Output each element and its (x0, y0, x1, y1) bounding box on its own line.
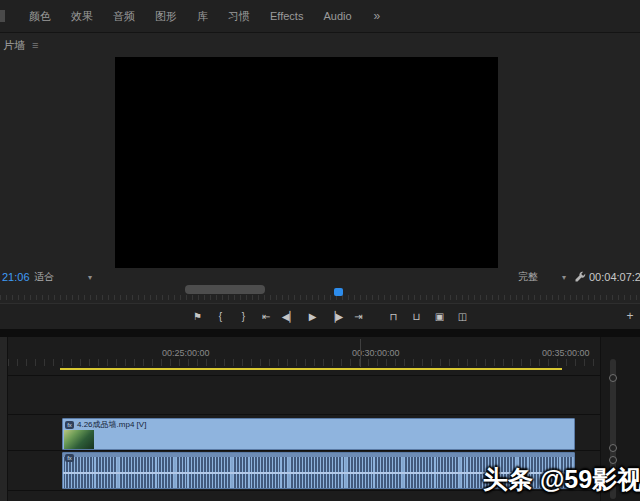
cutoff-workspace-tab[interactable] (0, 10, 5, 22)
track-separator (8, 414, 600, 415)
mark-in-icon[interactable]: { (211, 307, 230, 325)
ruler-label: 00:35:00:00 (542, 348, 590, 358)
workspace-tab-effects-en[interactable]: Effects (260, 10, 313, 22)
playback-resolution-value: 完整 (518, 270, 538, 284)
workspace-bar: 颜色 效果 音频 图形 库 习惯 Effects Audio » (0, 0, 640, 33)
monitor-seek-area (0, 285, 640, 301)
transport-controls-bar: ⚑ { } ⇤ ◀▏ ▶ ▕▶ ⇥ ⊓ ⊔ ▣ ◫ + (0, 303, 640, 329)
settings-wrench-icon[interactable] (574, 271, 586, 283)
workspace-tab-libraries[interactable]: 库 (187, 9, 218, 24)
step-forward-icon[interactable]: ▕▶ (326, 307, 345, 325)
current-timecode[interactable]: 21:06 (2, 271, 30, 283)
lift-icon[interactable]: ⊓ (384, 307, 403, 325)
workspace-overflow-icon[interactable]: » (362, 9, 393, 23)
video-clip-thumbnail (64, 430, 94, 450)
watermark-brand: 头条 (483, 465, 533, 493)
zoom-level-select[interactable]: 适合 ▾ (30, 270, 96, 284)
extract-icon[interactable]: ⊔ (407, 307, 426, 325)
chevron-down-icon: ▾ (562, 273, 566, 282)
comparison-view-icon[interactable]: ◫ (453, 307, 472, 325)
timeline-ruler[interactable]: 00:25:00:00 00:30:00:00 00:35:00:00 (8, 337, 600, 367)
panel-menu-icon[interactable]: ≡ (25, 39, 38, 51)
program-monitor-panel: 片墙 ≡ 21:06 适合 ▾ 完整 ▾ 00:04:07:22 (0, 33, 640, 303)
zoom-level-value: 适合 (34, 270, 54, 284)
button-editor-plus-icon[interactable]: + (622, 308, 638, 324)
video-clip-title-bar: fx 4.26成品墙.mp4 [V] (63, 419, 574, 430)
video-clip-name: 4.26成品墙.mp4 [V] (77, 419, 146, 430)
export-frame-icon[interactable]: ▣ (430, 307, 449, 325)
fx-badge-icon: fx (65, 454, 74, 462)
workspace-tab-audio-en[interactable]: Audio (313, 10, 361, 22)
play-icon[interactable]: ▶ (303, 307, 322, 325)
workspace-tab-audio-cn[interactable]: 音频 (103, 9, 145, 24)
workspace-tab-custom[interactable]: 习惯 (218, 9, 260, 24)
scrollbar-knob[interactable] (609, 444, 617, 452)
video-clip-v1[interactable]: fx 4.26成品墙.mp4 [V] (62, 418, 575, 450)
ruler-label: 00:25:00:00 (162, 348, 210, 358)
monitor-controls-row: 21:06 适合 ▾ 完整 ▾ 00:04:07:22 (0, 269, 640, 285)
playback-resolution-select[interactable]: 完整 ▾ (516, 270, 568, 284)
track-separator (8, 450, 600, 451)
transport-buttons: ⚑ { } ⇤ ◀▏ ▶ ▕▶ ⇥ ⊓ ⊔ ▣ ◫ (188, 307, 472, 325)
fx-badge-icon: fx (65, 421, 74, 429)
monitor-panel-tab[interactable]: 片墙 (0, 38, 25, 53)
timeline-left-edge (0, 337, 8, 501)
watermark-handle: @59影视 (540, 465, 640, 493)
monitor-playhead-marker[interactable] (334, 288, 343, 296)
go-to-in-icon[interactable]: ⇤ (257, 307, 276, 325)
timeline-ruler-ticks (8, 359, 600, 366)
workspace-tab-effects-cn[interactable]: 效果 (61, 9, 103, 24)
workspace-tab-color[interactable]: 颜色 (19, 9, 61, 24)
step-back-icon[interactable]: ◀▏ (280, 307, 299, 325)
track-separator (8, 375, 600, 376)
program-monitor-video-frame (115, 57, 498, 268)
panel-divider[interactable] (0, 329, 640, 337)
monitor-time-ruler-ticks (0, 295, 640, 300)
monitor-horizontal-scrollbar[interactable] (185, 285, 265, 294)
timeline-panel: 00:25:00:00 00:30:00:00 00:35:00:00 fx 4… (0, 337, 640, 501)
premiere-pro-window: 颜色 效果 音频 图形 库 习惯 Effects Audio » 片墙 ≡ 21… (0, 0, 640, 501)
ruler-gridline (360, 339, 361, 367)
sequence-duration-timecode: 00:04:07:22 (589, 271, 640, 283)
toutiao-watermark: 头条 @59影视 (483, 463, 640, 496)
render-status-bar-yellow (60, 368, 562, 370)
chevron-down-icon: ▾ (88, 273, 92, 282)
monitor-tab-row: 片墙 ≡ (0, 36, 38, 54)
workspace-tab-graphics[interactable]: 图形 (145, 9, 187, 24)
mark-out-icon[interactable]: } (234, 307, 253, 325)
scrollbar-knob[interactable] (609, 374, 617, 382)
go-to-out-icon[interactable]: ⇥ (349, 307, 368, 325)
add-marker-icon[interactable]: ⚑ (188, 307, 207, 325)
